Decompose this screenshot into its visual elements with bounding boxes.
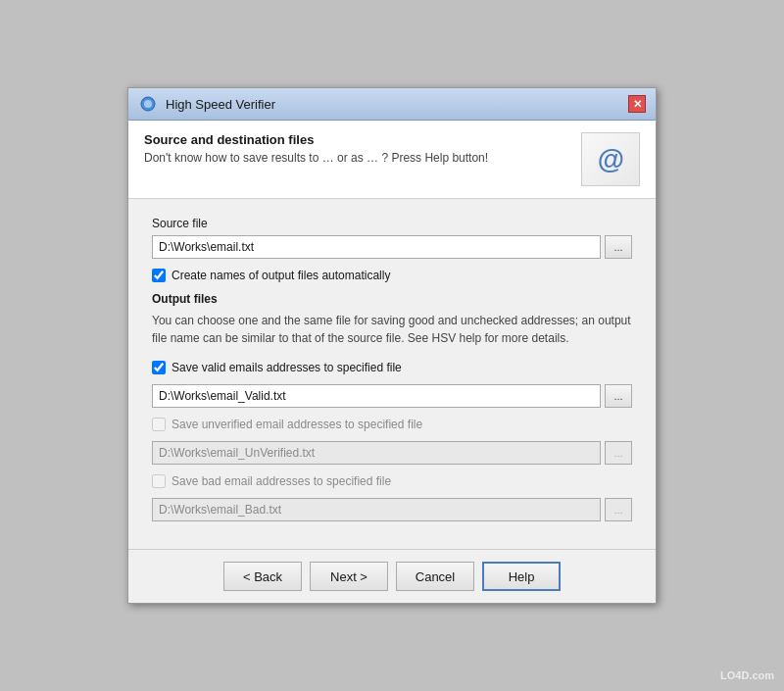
- back-button[interactable]: < Back: [223, 562, 302, 591]
- title-bar: High Speed Verifier ✕: [128, 88, 656, 121]
- bad-emails-row: Save bad email addresses to specified fi…: [152, 474, 632, 488]
- svg-point-1: [144, 100, 152, 108]
- bad-emails-browse-button: ...: [605, 498, 632, 521]
- bad-emails-input-row: ...: [152, 498, 632, 521]
- valid-emails-input[interactable]: [152, 384, 601, 408]
- unverified-emails-input-row: ...: [152, 441, 632, 465]
- auto-create-label[interactable]: Create names of output files automatical…: [172, 269, 390, 282]
- unverified-emails-input: [152, 441, 601, 465]
- app-icon: [138, 94, 158, 114]
- main-window: High Speed Verifier ✕ Source and destina…: [127, 87, 657, 604]
- source-file-input[interactable]: [152, 235, 601, 259]
- header-logo: @: [581, 132, 640, 186]
- source-browse-button[interactable]: ...: [605, 235, 632, 259]
- bad-emails-label: Save bad email addresses to specified fi…: [172, 474, 391, 488]
- unverified-emails-label: Save unverified email addresses to speci…: [172, 418, 422, 431]
- title-bar-left: High Speed Verifier: [138, 94, 275, 114]
- unverified-emails-browse-button: ...: [605, 441, 632, 465]
- cancel-button[interactable]: Cancel: [396, 562, 474, 591]
- logo-icon: @: [597, 144, 623, 175]
- bad-emails-checkbox[interactable]: [152, 474, 166, 488]
- next-button[interactable]: Next >: [310, 562, 388, 591]
- watermark: LO4D.com: [720, 669, 774, 681]
- source-file-label: Source file: [152, 217, 632, 230]
- unverified-emails-checkbox[interactable]: [152, 418, 166, 431]
- header-description: Don't know how to save results to … or a…: [144, 151, 488, 165]
- source-file-row: ...: [152, 235, 632, 259]
- header-section: Source and destination files Don't know …: [128, 121, 656, 199]
- header-heading: Source and destination files: [144, 132, 488, 147]
- window-title: High Speed Verifier: [166, 97, 275, 112]
- auto-create-checkbox[interactable]: [152, 269, 166, 282]
- help-button[interactable]: Help: [482, 562, 561, 591]
- valid-emails-browse-button[interactable]: ...: [605, 384, 632, 408]
- output-section-label: Output files: [152, 292, 632, 306]
- bottom-bar: < Back Next > Cancel Help: [128, 549, 656, 603]
- header-text: Source and destination files Don't know …: [144, 132, 488, 165]
- content-area: Source file ... Create names of output f…: [128, 199, 656, 549]
- unverified-emails-row: Save unverified email addresses to speci…: [152, 418, 632, 431]
- auto-create-row: Create names of output files automatical…: [152, 269, 632, 282]
- bad-emails-input: [152, 498, 601, 521]
- close-button[interactable]: ✕: [628, 95, 646, 113]
- valid-emails-checkbox[interactable]: [152, 361, 166, 374]
- output-description: You can choose one and the same file for…: [152, 312, 632, 347]
- valid-emails-row: Save valid emails addresses to specified…: [152, 361, 632, 374]
- valid-emails-label[interactable]: Save valid emails addresses to specified…: [172, 361, 402, 374]
- valid-emails-input-row: ...: [152, 384, 632, 408]
